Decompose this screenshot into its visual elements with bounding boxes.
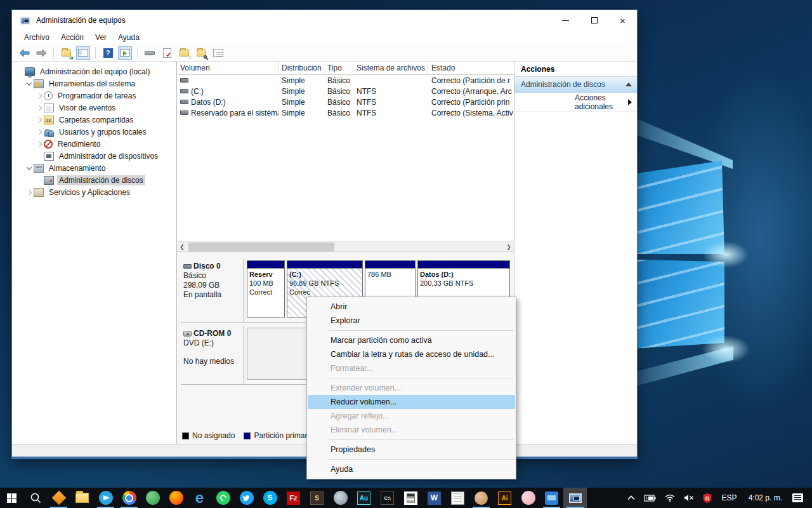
volume-row[interactable]: Simple Básico Correcto (Partición de r	[177, 75, 514, 86]
unallocated-swatch	[182, 432, 189, 439]
check-properties-icon[interactable]: ✓	[160, 46, 174, 60]
tree-item-usuarios-grupos[interactable]: Usuarios y grupos locales	[12, 126, 176, 138]
expander-icon[interactable]	[35, 118, 44, 122]
battery-icon[interactable]	[639, 488, 660, 508]
column-header-sistema-archivos[interactable]: Sistema de archivos	[353, 62, 428, 74]
partition-reserved[interactable]: Reserv 100 MB Correct	[247, 260, 285, 318]
horizontal-scrollbar[interactable]: ❮ ❯	[177, 241, 514, 251]
cdrom-label[interactable]: CD-ROM 0 DVD (E:) No hay medios	[181, 326, 244, 384]
word-icon[interactable]: W	[422, 488, 446, 508]
expander-icon[interactable]	[35, 94, 44, 98]
volume-muted-icon[interactable]	[679, 488, 698, 508]
actions-more[interactable]: Acciones adicionales	[514, 93, 637, 112]
wifi-icon[interactable]	[660, 488, 679, 508]
menu-archivo[interactable]: Archivo	[18, 30, 55, 44]
globe-app-icon[interactable]	[141, 488, 164, 508]
firefox-icon[interactable]	[164, 488, 188, 508]
menu-item-marcar-particion-activa[interactable]: Marcar partición como activa	[308, 333, 515, 347]
tree-item-administrador-dispositivos[interactable]: Administrador de dispositivos	[12, 150, 176, 162]
menu-item-ayuda[interactable]: Ayuda	[308, 462, 515, 476]
export-icon[interactable]: ➜	[59, 46, 73, 60]
pink-app-icon[interactable]	[516, 488, 540, 508]
tree-item-almacenamiento[interactable]: Almacenamiento	[12, 162, 176, 174]
volume-row[interactable]: Datos (D:) Simple Básico NTFS Correcto (…	[177, 97, 514, 107]
column-header-volumen[interactable]: Volumen	[177, 62, 278, 74]
scrollbar-thumb[interactable]	[188, 243, 334, 251]
volume-row[interactable]: (C:) Simple Básico NTFS Correcto (Arranq…	[177, 86, 514, 97]
actions-header: Acciones	[514, 62, 637, 77]
paint-app-icon[interactable]	[469, 488, 493, 508]
column-header-tipo[interactable]: Tipo	[324, 62, 353, 74]
menu-item-propiedades[interactable]: Propiedades	[308, 443, 515, 457]
minimize-button[interactable]	[551, 10, 580, 30]
calculator-icon[interactable]	[399, 488, 422, 508]
tree-item-carpetas-compartidas[interactable]: Carpetas compartidas	[12, 114, 176, 126]
collapse-icon[interactable]	[625, 83, 632, 86]
clock[interactable]: 4:02 p. m.	[743, 493, 788, 502]
flash-app-icon[interactable]	[47, 488, 70, 508]
menu-accion[interactable]: Acción	[55, 30, 89, 44]
tree-item-servicios-aplicaciones[interactable]: Servicios y Aplicaciones	[12, 186, 176, 198]
expander-icon[interactable]	[35, 130, 44, 134]
console-tree-toggle-icon[interactable]	[76, 46, 90, 60]
illustrator-icon[interactable]: Ai	[493, 488, 516, 508]
computer-management-taskbar-icon[interactable]	[563, 488, 587, 508]
file-explorer-icon[interactable]	[70, 488, 94, 508]
expander-icon[interactable]	[35, 142, 44, 146]
antivirus-shield-icon[interactable]: G	[698, 488, 716, 508]
menu-item-explorar[interactable]: Explorar	[308, 314, 515, 328]
column-header-distribucion[interactable]: Distribución	[278, 62, 324, 74]
search-folder-icon[interactable]: 🔍︎	[194, 46, 208, 60]
tree-item-herramientas[interactable]: Herramientas del sistema	[12, 77, 176, 90]
menu-item-cambiar-letra[interactable]: Cambiar la letra y rutas de acceso de un…	[308, 347, 515, 361]
swirl-app-icon[interactable]	[329, 488, 352, 508]
audition-icon[interactable]: Au	[352, 488, 376, 508]
forward-icon[interactable]	[34, 46, 48, 60]
chrome-icon[interactable]	[117, 488, 141, 508]
tree-item-visor-eventos[interactable]: Visor de eventos	[12, 102, 176, 114]
start-button[interactable]	[0, 488, 23, 508]
search-icon[interactable]	[23, 488, 47, 508]
scroll-left-icon[interactable]: ❮	[177, 242, 187, 252]
close-button[interactable]: ×	[608, 10, 637, 30]
attach-device-icon[interactable]	[143, 46, 157, 60]
scroll-right-icon[interactable]: ❯	[504, 242, 514, 252]
tree-item-rendimiento[interactable]: Rendimiento	[12, 138, 176, 150]
tree-item-computer-management[interactable]: Administración del equipo (local)	[12, 65, 176, 77]
volume-row[interactable]: Reservado para el sistema Simple Básico …	[177, 107, 514, 118]
expander-icon[interactable]	[35, 106, 44, 110]
menu-ver[interactable]: Ver	[89, 30, 112, 44]
column-header-estado[interactable]: Estado	[428, 62, 514, 74]
telegram-icon[interactable]	[94, 488, 117, 508]
filezilla-icon[interactable]: Fz	[282, 488, 305, 508]
actions-group-disk-management[interactable]: Administración de discos	[514, 77, 637, 93]
folder-up-icon[interactable]: ↑	[177, 46, 191, 60]
disk0-label[interactable]: Disco 0 Básico 298,09 GB En pantalla	[181, 258, 244, 322]
chevron-up-icon[interactable]	[623, 488, 639, 508]
volume-icon	[180, 89, 188, 93]
help-icon[interactable]: ?	[101, 46, 115, 60]
menu-ayuda[interactable]: Ayuda	[112, 30, 145, 44]
skype-icon[interactable]: S	[258, 488, 282, 508]
expander-icon[interactable]	[25, 82, 34, 86]
tree-item-programador-tareas[interactable]: Programador de tareas	[12, 90, 176, 102]
action-pane-toggle-icon[interactable]	[118, 46, 132, 60]
edge-icon[interactable]: e	[188, 488, 211, 508]
book-app-icon[interactable]: S	[305, 488, 329, 508]
expander-icon[interactable]	[25, 166, 34, 170]
whatsapp-icon[interactable]	[211, 488, 235, 508]
task-list-icon[interactable]	[211, 46, 225, 60]
cmd-icon[interactable]: C:\	[376, 488, 399, 508]
blue-app-icon[interactable]	[540, 488, 563, 508]
menu-item-abrir[interactable]: Abrir	[308, 300, 515, 314]
action-center-icon[interactable]	[788, 488, 812, 508]
twitter-icon[interactable]	[235, 488, 258, 508]
desktop: Administración de equipos × Archivo Acci…	[0, 0, 812, 508]
menu-item-reducir-volumen[interactable]: Reducir volumen...	[308, 395, 515, 409]
language-indicator[interactable]: ESP	[716, 493, 743, 502]
expander-icon[interactable]	[25, 190, 34, 194]
back-icon[interactable]	[17, 46, 31, 60]
notepad-icon[interactable]	[446, 488, 469, 508]
maximize-button[interactable]	[580, 10, 608, 30]
tree-item-administracion-discos[interactable]: Administración de discos	[12, 174, 176, 186]
